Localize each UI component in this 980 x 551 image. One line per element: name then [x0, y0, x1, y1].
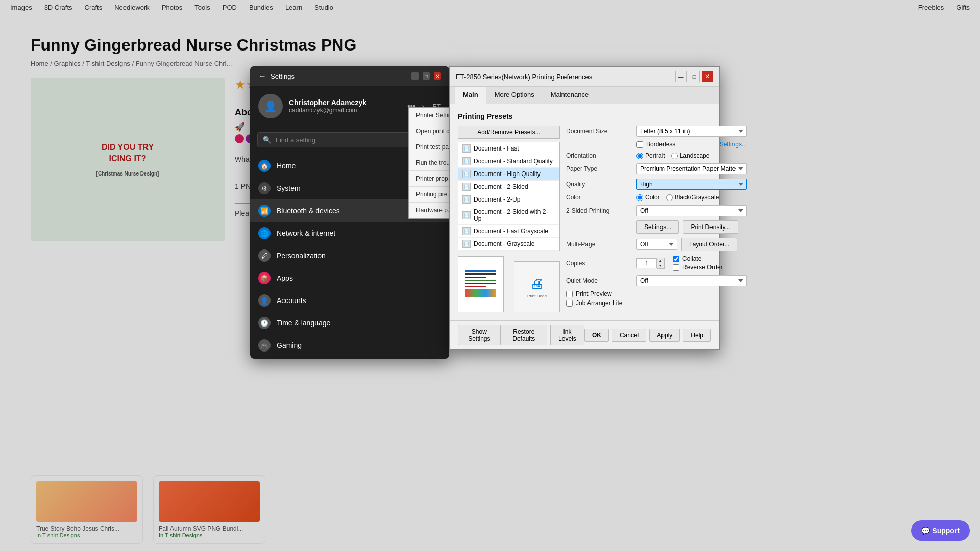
settings-minimize-button[interactable]: —: [411, 72, 419, 80]
doc-line-2: [465, 273, 496, 275]
preset-2sided-2up[interactable]: 📄 Document - 2-Sided with 2-Up: [458, 206, 559, 225]
add-remove-presets-button[interactable]: Add/Remove Presets...: [458, 126, 560, 139]
center-buttons: Restore Defaults Ink Levels: [501, 325, 584, 345]
ink-levels-button[interactable]: Ink Levels: [550, 325, 584, 345]
support-button[interactable]: 💬 Support: [911, 520, 970, 541]
settings-title: Settings: [271, 72, 295, 80]
document-size-label: Document Size: [566, 128, 632, 135]
reverse-order-checkbox[interactable]: [673, 264, 679, 271]
preset-fastgray-icon: 📄: [462, 227, 471, 235]
preset-standard-quality[interactable]: 📄 Document - Standard Quality: [458, 155, 559, 168]
preset-grayscale[interactable]: 📄 Document - Grayscale: [458, 238, 559, 251]
print-preview-checkbox[interactable]: [566, 291, 573, 297]
bw-option[interactable]: Black/Grayscale: [666, 194, 719, 201]
preset-2sided[interactable]: 📄 Document - 2-Sided: [458, 181, 559, 193]
printer-maximize-button[interactable]: □: [689, 71, 700, 82]
tab-maintenance[interactable]: Maintenance: [543, 87, 597, 104]
borderless-checkbox[interactable]: [636, 141, 643, 148]
document-size-select[interactable]: Letter (8.5 x 11 in): [636, 126, 747, 137]
sidebar-item-network[interactable]: 🌐 Network & internet: [250, 222, 449, 244]
settings-maximize-button[interactable]: □: [423, 72, 430, 80]
reverse-order-row: Reverse Order: [673, 264, 723, 271]
borderless-text: Borderless: [646, 141, 675, 148]
layout-order-button[interactable]: Layout Order...: [681, 238, 737, 251]
copies-input[interactable]: [636, 258, 657, 268]
multi-page-label: Multi-Page: [566, 241, 632, 248]
document-preview: [458, 256, 504, 312]
show-settings-button[interactable]: Show Settings: [458, 325, 501, 345]
ok-button[interactable]: OK: [584, 329, 609, 342]
preview-area: 🖨 Print Head: [458, 256, 560, 312]
copies-input-group: ▲ ▼: [636, 258, 665, 269]
doc-lines: [465, 270, 496, 298]
multi-page-select[interactable]: Off: [636, 239, 677, 250]
paper-type-row: Paper Type Premium Presentation Paper Ma…: [566, 163, 747, 174]
quality-select[interactable]: High: [636, 179, 747, 190]
copies-down-button[interactable]: ▼: [657, 263, 664, 268]
preset-fast-grayscale[interactable]: 📄 Document - Fast Grayscale: [458, 225, 559, 238]
printer-close-button[interactable]: ✕: [702, 71, 713, 82]
printer-dialog: ET-2850 Series(Network) Printing Prefere…: [449, 66, 720, 350]
preset-high-quality[interactable]: 📄 Document - High Quality: [458, 168, 559, 181]
settings-button[interactable]: Settings...: [636, 220, 679, 234]
two-sided-select[interactable]: Off: [636, 205, 747, 216]
paper-type-label: Paper Type: [566, 165, 632, 172]
settings-back-button[interactable]: ←: [258, 71, 266, 81]
preset-high-icon: 📄: [462, 170, 471, 178]
settings-close-button[interactable]: ✕: [434, 72, 441, 80]
preset-2up[interactable]: 📄 Document - 2-Up: [458, 193, 559, 206]
collate-section: Collate Reverse Order: [673, 255, 723, 271]
portrait-radio[interactable]: [636, 153, 643, 159]
color-bar: [465, 289, 496, 297]
color-radio[interactable]: [636, 194, 643, 201]
orientation-row: Orientation Portrait Landscape: [566, 152, 747, 159]
sidebar-item-time[interactable]: 🕐 Time & language: [250, 312, 449, 334]
preset-fast-icon: 📄: [462, 144, 471, 153]
sidebar-item-gaming[interactable]: 🎮 Gaming: [250, 334, 449, 357]
sidebar-item-accounts[interactable]: 👤 Accounts: [250, 289, 449, 312]
two-sided-label: 2-Sided Printing: [566, 207, 632, 214]
multi-page-group: Off Layout Order...: [636, 238, 747, 251]
quiet-mode-row: Quiet Mode Off: [566, 275, 747, 286]
quiet-mode-label: Quiet Mode: [566, 277, 632, 284]
bw-radio[interactable]: [666, 194, 673, 201]
cancel-button[interactable]: Cancel: [612, 329, 646, 342]
landscape-option[interactable]: Landscape: [671, 152, 710, 159]
tab-main[interactable]: Main: [455, 87, 486, 104]
printer-body: Printing Presets Add/Remove Presets... 📄…: [450, 104, 719, 320]
portrait-option[interactable]: Portrait: [636, 152, 665, 159]
printer-minimize-button[interactable]: —: [675, 71, 687, 82]
sidebar-item-apps[interactable]: 📦 Apps: [250, 267, 449, 289]
personalization-icon: 🖊: [258, 249, 271, 262]
preset-2sided2up-label: Document - 2-Sided with 2-Up: [474, 208, 555, 222]
presets-list: 📄 Document - Fast 📄 Document - Standard …: [458, 142, 560, 251]
print-density-button[interactable]: Print Density...: [683, 220, 738, 234]
restore-defaults-button[interactable]: Restore Defaults: [501, 325, 547, 345]
tab-more-options[interactable]: More Options: [486, 87, 543, 104]
preset-fastgray-label: Document - Fast Grayscale: [474, 228, 548, 235]
help-button[interactable]: Help: [683, 329, 711, 342]
borderless-settings-link[interactable]: Settings...: [720, 141, 747, 148]
preset-2up-label: Document - 2-Up: [474, 196, 520, 203]
gaming-icon: 🎮: [258, 339, 271, 352]
apply-button[interactable]: Apply: [649, 329, 680, 342]
printer-tabs: Main More Options Maintenance: [450, 87, 719, 104]
preset-2sided2up-icon: 📄: [462, 211, 471, 219]
job-arranger-label: Job Arranger Lite: [576, 299, 622, 307]
document-size-row: Document Size Letter (8.5 x 11 in): [566, 126, 747, 137]
printer-layout: Add/Remove Presets... 📄 Document - Fast …: [458, 126, 711, 312]
collate-checkbox[interactable]: [673, 256, 679, 262]
preset-2sided-label: Document - 2-Sided: [474, 183, 528, 190]
job-arranger-checkbox[interactable]: [566, 300, 573, 307]
quiet-mode-select[interactable]: Off: [636, 275, 747, 286]
landscape-radio[interactable]: [671, 153, 678, 159]
color-row: Color Color Black/Grayscale: [566, 194, 747, 201]
sidebar-item-personalization[interactable]: 🖊 Personalization: [250, 244, 449, 267]
borderless-row: Borderless Settings...: [566, 141, 747, 148]
copies-up-button[interactable]: ▲: [657, 258, 664, 263]
preset-gray-label: Document - Grayscale: [474, 240, 534, 247]
preset-document-fast[interactable]: 📄 Document - Fast: [458, 142, 559, 155]
color-option[interactable]: Color: [636, 194, 660, 201]
sidebar-system-label: System: [277, 184, 301, 192]
paper-type-select[interactable]: Premium Presentation Paper Matte: [636, 163, 747, 174]
